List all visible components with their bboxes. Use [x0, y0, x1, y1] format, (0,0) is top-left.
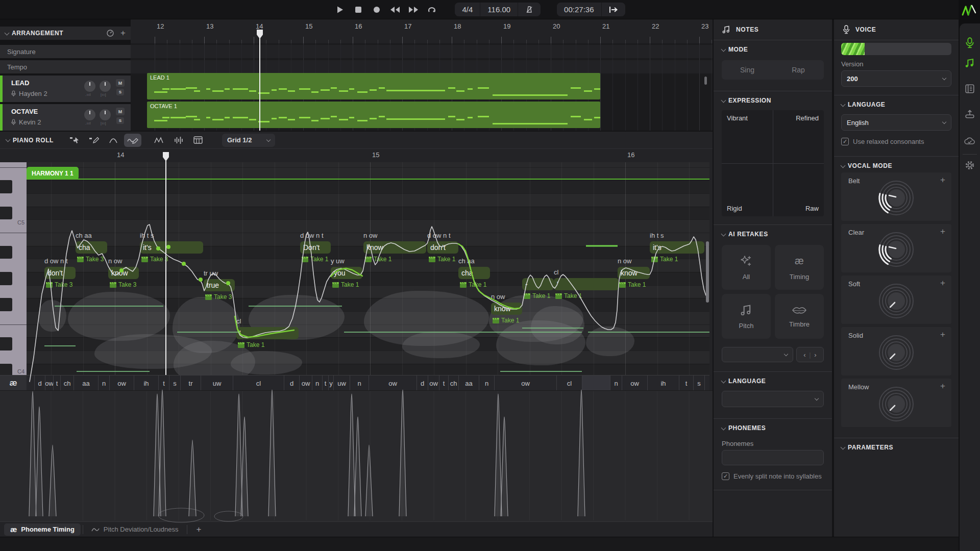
- sidebar-cloud-button[interactable]: [964, 135, 976, 147]
- track-mute-button[interactable]: M: [116, 108, 125, 115]
- dynamics-toggle-button[interactable]: [170, 134, 187, 147]
- phoneme-cell[interactable]: ow: [299, 375, 312, 391]
- follow-playhead-button[interactable]: [602, 3, 625, 16]
- lyric-note[interactable]: know: [108, 267, 139, 279]
- lyric-note[interactable]: it's: [140, 241, 203, 254]
- select-tool-button[interactable]: [66, 134, 83, 147]
- black-key[interactable]: [0, 364, 12, 375]
- arrangement-clip-lead-1[interactable]: LEAD 1: [147, 73, 600, 99]
- metronome-toggle[interactable]: [518, 3, 541, 16]
- phoneme-cell[interactable]: n: [479, 375, 494, 391]
- take-badge[interactable]: Take 1: [460, 281, 486, 288]
- phoneme-cell[interactable]: tr: [180, 375, 201, 391]
- retake-select[interactable]: [722, 347, 793, 362]
- sidebar-library-button[interactable]: [964, 83, 976, 95]
- phoneme-cell[interactable]: t: [439, 375, 448, 391]
- track-solo-button[interactable]: S: [116, 117, 124, 124]
- pitch-pen-tool-button[interactable]: [124, 134, 141, 147]
- rewind-button[interactable]: [388, 3, 402, 16]
- phoneme-cell[interactable]: ow: [622, 375, 647, 391]
- take-badge[interactable]: Take 1: [365, 256, 391, 263]
- lyric-note[interactable]: cha: [76, 241, 107, 254]
- curve-tool-button[interactable]: [105, 134, 122, 147]
- phoneme-cell[interactable]: n: [98, 375, 109, 391]
- track-volume-knob[interactable]: [84, 81, 95, 92]
- stop-button[interactable]: [352, 3, 365, 16]
- phoneme-cell[interactable]: ow: [494, 375, 556, 391]
- add-track-button[interactable]: +: [120, 28, 126, 38]
- take-badge[interactable]: Take 1: [619, 281, 646, 288]
- clip-tab-harmony[interactable]: HARMONY 1 1: [27, 167, 79, 180]
- mode-option-rap[interactable]: Rap: [773, 60, 824, 80]
- phoneme-cell[interactable]: s: [169, 375, 180, 391]
- lyric-note[interactable]: know: [363, 241, 426, 254]
- take-badge[interactable]: Take 3: [77, 256, 104, 263]
- sidebar-music-note-button[interactable]: [964, 57, 976, 69]
- phoneme-cell[interactable]: uw: [201, 375, 233, 391]
- arrangement-lane-signature[interactable]: Signature: [0, 45, 131, 58]
- lyric-note[interactable]: true: [204, 279, 235, 291]
- vocal-mode-add-button[interactable]: +: [940, 278, 945, 288]
- play-button[interactable]: [333, 3, 347, 16]
- voice-language-select[interactable]: English: [841, 114, 951, 131]
- piano-roll-ruler[interactable]: 141516: [27, 149, 709, 162]
- lyric-note[interactable]: you: [331, 267, 362, 279]
- phoneme-cell[interactable]: t: [679, 375, 693, 391]
- phonemes-input[interactable]: [722, 450, 824, 465]
- take-badge[interactable]: Take 1: [524, 292, 550, 299]
- lyric-note[interactable]: ': [236, 327, 299, 339]
- voice-language-header[interactable]: LANGUAGE: [841, 101, 885, 108]
- vocal-mode-header[interactable]: VOCAL MODE: [841, 162, 892, 169]
- expression-xy-pad[interactable]: Vibrant Refined Rigid Raw: [722, 110, 824, 216]
- soft-knob[interactable]: [872, 282, 921, 323]
- black-key[interactable]: [0, 337, 12, 350]
- voice-avatar-strip[interactable]: [841, 43, 951, 55]
- phoneme-cell[interactable]: cl: [233, 375, 284, 391]
- take-badge[interactable]: Take 1: [302, 256, 328, 263]
- phoneme-cell[interactable]: n: [610, 375, 622, 391]
- lyric-note[interactable]: -: [522, 278, 554, 290]
- take-badge[interactable]: Take 1: [238, 341, 264, 348]
- take-badge[interactable]: Take 3: [110, 281, 136, 288]
- mode-option-sing[interactable]: Sing: [722, 60, 773, 80]
- lyric-note[interactable]: cha: [458, 267, 490, 279]
- retake-prev-button[interactable]: ‹: [803, 351, 805, 359]
- ai-retake-timing-button[interactable]: æTiming: [775, 245, 824, 290]
- lyric-note[interactable]: don't: [44, 267, 76, 279]
- tab-pitch-deviation-loudness[interactable]: Pitch Deviation/Loudness: [85, 523, 185, 536]
- expression-section-header[interactable]: EXPRESSION: [722, 97, 771, 104]
- phoneme-cell[interactable]: ih: [134, 375, 158, 391]
- arrangement-header[interactable]: ARRANGEMENT +: [0, 27, 131, 40]
- belt-knob[interactable]: [872, 179, 921, 220]
- time-signature[interactable]: 4/4: [455, 3, 480, 16]
- piano-keyboard[interactable]: C5C4: [0, 162, 27, 375]
- fast-forward-button[interactable]: [407, 3, 420, 16]
- vocal-mode-add-button[interactable]: +: [940, 227, 945, 237]
- time-display[interactable]: 00:27:36: [557, 3, 601, 16]
- vocal-mode-add-button[interactable]: +: [940, 381, 945, 391]
- phoneme-cell[interactable]: [582, 375, 610, 391]
- track-row-octave[interactable]: OCTAVEKevin 2.ııl|ıı|MS: [0, 104, 131, 131]
- black-key[interactable]: [0, 272, 12, 285]
- ai-retake-timbre-button[interactable]: Timbre: [775, 294, 824, 339]
- add-lane-tab-button[interactable]: +: [189, 524, 209, 535]
- phoneme-cell[interactable]: n: [350, 375, 369, 391]
- phoneme-cell[interactable]: cl: [556, 375, 582, 391]
- vertical-scrollbar[interactable]: [704, 77, 707, 85]
- phoneme-cell[interactable]: t: [158, 375, 169, 391]
- relaxed-consonants-checkbox[interactable]: ✓: [841, 138, 849, 145]
- bottom-scroll-strip[interactable]: [0, 537, 959, 551]
- lyric-note[interactable]: know: [491, 303, 522, 315]
- take-badge[interactable]: Take 1: [493, 317, 519, 324]
- tempo-value[interactable]: 116.00: [480, 3, 518, 16]
- track-pan-knob[interactable]: [100, 109, 111, 120]
- take-badge[interactable]: Take 1: [555, 292, 582, 299]
- phonemes-section-header[interactable]: PHONEMES: [722, 424, 766, 432]
- sidebar-microphone-button[interactable]: [964, 37, 976, 49]
- arrangement-timeline[interactable]: 121314151617181920212223LEAD 1OCTAVE 1: [131, 19, 713, 131]
- phoneme-cell[interactable]: uw: [333, 375, 350, 391]
- black-key[interactable]: [0, 246, 12, 259]
- phoneme-cell[interactable]: t: [322, 375, 328, 391]
- track-row-lead[interactable]: LEADHayden 2.ııl|ıı|MS: [0, 76, 131, 102]
- clear-knob[interactable]: [872, 230, 921, 272]
